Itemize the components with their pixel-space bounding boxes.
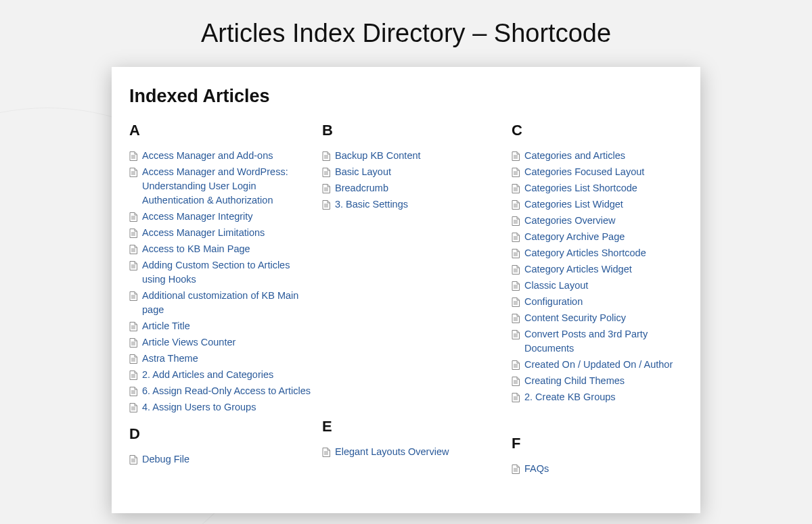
document-icon (512, 200, 520, 210)
list-item: Convert Posts and 3rd Party Documents (512, 327, 687, 356)
document-icon (129, 245, 137, 254)
section-letter: C (512, 122, 687, 139)
article-link[interactable]: Elegant Layouts Overview (335, 445, 455, 459)
document-icon (129, 151, 137, 161)
article-link[interactable]: 4. Assign Users to Groups (142, 400, 263, 414)
list-item: 2. Add Articles and Categories (129, 368, 322, 382)
list-item: Article Title (129, 319, 322, 333)
article-link[interactable]: Article Title (142, 319, 197, 333)
article-link[interactable]: Debug File (142, 452, 196, 467)
article-link[interactable]: Convert Posts and 3rd Party Documents (524, 327, 687, 356)
list-item: Additional customization of KB Main page (129, 289, 322, 317)
article-link[interactable]: Additional customization of KB Main page (142, 289, 322, 317)
article-link[interactable]: Categories and Articles (524, 149, 632, 163)
article-link[interactable]: Creating Child Themes (524, 374, 631, 388)
document-icon (512, 314, 520, 323)
article-link[interactable]: Categories List Widget (524, 197, 630, 212)
document-icon (512, 360, 520, 370)
letter-section: CCategories and ArticlesCategories Focus… (512, 122, 687, 404)
document-icon (129, 371, 137, 380)
list-item: Access Manager and Add-ons (129, 149, 322, 163)
list-item: Categories Focused Layout (512, 165, 687, 179)
document-icon (129, 354, 137, 364)
letter-section: BBackup KB ContentBasic LayoutBreadcrumb… (322, 122, 512, 212)
article-link[interactable]: Created On / Updated On / Author (524, 358, 679, 372)
document-icon (322, 168, 330, 177)
article-link[interactable]: Content Security Policy (524, 311, 633, 325)
article-link[interactable]: Configuration (524, 295, 589, 309)
article-link[interactable]: FAQs (524, 462, 556, 476)
list-item: Creating Child Themes (512, 374, 687, 388)
document-icon (512, 297, 520, 307)
list-item: Categories List Shortcode (512, 181, 687, 195)
list-item: Debug File (129, 452, 322, 467)
article-link[interactable]: Categories Overview (524, 214, 623, 228)
document-icon (129, 261, 137, 270)
article-link[interactable]: 3. Basic Settings (335, 197, 415, 212)
list-item: 6. Assign Read-Only Access to Articles (129, 384, 322, 398)
list-item: Access to KB Main Page (129, 242, 322, 256)
letter-section: EElegant Layouts Overview (322, 418, 512, 459)
document-icon (322, 151, 330, 161)
document-icon (512, 233, 520, 242)
letter-section: DDebug File (129, 425, 322, 467)
article-list: Backup KB ContentBasic LayoutBreadcrumb3… (322, 149, 512, 212)
list-item: Categories List Widget (512, 197, 687, 212)
document-icon (512, 265, 520, 275)
article-link[interactable]: 6. Assign Read-Only Access to Articles (142, 384, 317, 398)
letter-section: AAccess Manager and Add-onsAccess Manage… (129, 122, 322, 414)
list-item: Created On / Updated On / Author (512, 358, 687, 372)
document-icon (512, 330, 520, 339)
document-icon (129, 229, 137, 238)
article-link[interactable]: 2. Create KB Groups (524, 390, 623, 404)
list-item: Classic Layout (512, 279, 687, 293)
article-link[interactable]: Classic Layout (524, 279, 595, 293)
article-link[interactable]: Breadcrumb (335, 181, 395, 195)
article-link[interactable]: Backup KB Content (335, 149, 428, 163)
article-list: Access Manager and Add-onsAccess Manager… (129, 149, 322, 414)
panel-heading: Indexed Articles (129, 86, 683, 107)
article-link[interactable]: Access Manager Limitations (142, 226, 271, 240)
list-item: Category Archive Page (512, 230, 687, 244)
article-link[interactable]: Access to KB Main Page (142, 242, 257, 256)
article-link[interactable]: Categories List Shortcode (524, 181, 644, 195)
list-item: Astra Theme (129, 352, 322, 366)
document-icon (512, 184, 520, 193)
document-icon (512, 393, 520, 402)
list-item: Access Manager Integrity (129, 210, 322, 224)
document-icon (129, 322, 137, 331)
list-item: Adding Custom Section to Articles using … (129, 258, 322, 287)
article-list: Categories and ArticlesCategories Focuse… (512, 149, 687, 404)
article-link[interactable]: Categories Focused Layout (524, 165, 651, 179)
document-icon (322, 448, 330, 457)
article-link[interactable]: Access Manager and Add-ons (142, 149, 279, 163)
article-link[interactable]: Category Articles Shortcode (524, 246, 653, 260)
document-icon (322, 200, 330, 210)
article-link[interactable]: 2. Add Articles and Categories (142, 368, 280, 382)
list-item: Access Manager and WordPress: Understand… (129, 165, 322, 208)
article-link[interactable]: Access Manager Integrity (142, 210, 260, 224)
list-item: 2. Create KB Groups (512, 390, 687, 404)
document-icon (512, 377, 520, 386)
article-link[interactable]: Adding Custom Section to Articles using … (142, 258, 322, 287)
article-link[interactable]: Astra Theme (142, 352, 205, 366)
article-link[interactable]: Category Articles Widget (524, 262, 639, 277)
section-letter: B (322, 122, 512, 139)
articles-panel: Indexed Articles AAccess Manager and Add… (112, 67, 700, 513)
list-item: Categories and Articles (512, 149, 687, 163)
list-item: 4. Assign Users to Groups (129, 400, 322, 414)
list-item: Category Articles Widget (512, 262, 687, 277)
article-link[interactable]: Basic Layout (335, 165, 398, 179)
column: AAccess Manager and Add-onsAccess Manage… (129, 122, 322, 478)
article-link[interactable]: Category Archive Page (524, 230, 631, 244)
letter-section: FFAQs (512, 435, 687, 476)
list-item: Configuration (512, 295, 687, 309)
document-icon (129, 338, 137, 348)
document-icon (129, 387, 137, 396)
article-link[interactable]: Access Manager and WordPress: Understand… (142, 165, 322, 208)
article-link[interactable]: Article Views Counter (142, 335, 242, 350)
section-letter: D (129, 425, 322, 443)
document-icon (512, 216, 520, 226)
document-icon (512, 465, 520, 474)
document-icon (322, 184, 330, 193)
